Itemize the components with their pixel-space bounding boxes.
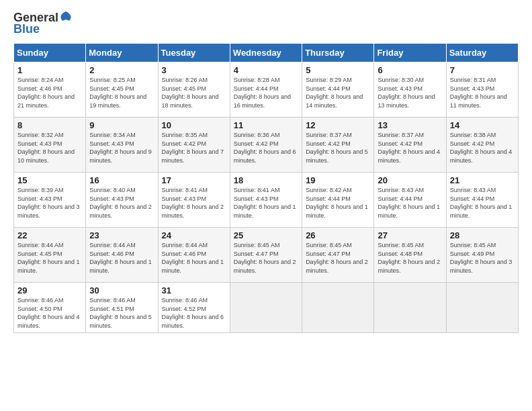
calendar-cell: 1Sunrise: 8:24 AMSunset: 4:46 PMDaylight… (14, 62, 86, 118)
cell-info: Sunrise: 8:46 AMSunset: 4:51 PMDaylight:… (89, 297, 152, 329)
day-number: 23 (89, 230, 154, 240)
calendar-cell: 17Sunrise: 8:41 AMSunset: 4:43 PMDayligh… (158, 173, 230, 228)
calendar-cell: 3Sunrise: 8:26 AMSunset: 4:45 PMDaylight… (158, 62, 230, 118)
calendar-cell: 12Sunrise: 8:37 AMSunset: 4:42 PMDayligh… (302, 118, 374, 173)
cell-info: Sunrise: 8:40 AMSunset: 4:43 PMDaylight:… (89, 187, 152, 219)
cell-info: Sunrise: 8:37 AMSunset: 4:42 PMDaylight:… (378, 132, 440, 164)
calendar-cell (302, 283, 374, 333)
cell-info: Sunrise: 8:44 AMSunset: 4:45 PMDaylight:… (17, 242, 80, 274)
day-number: 24 (162, 230, 226, 240)
logo-bird-icon (60, 10, 72, 25)
day-number: 26 (306, 230, 370, 240)
day-number: 31 (162, 285, 226, 295)
calendar-cell: 13Sunrise: 8:37 AMSunset: 4:42 PMDayligh… (374, 118, 446, 173)
cell-info: Sunrise: 8:31 AMSunset: 4:43 PMDaylight:… (450, 77, 507, 109)
cell-info: Sunrise: 8:41 AMSunset: 4:43 PMDaylight:… (234, 187, 296, 219)
calendar-cell: 16Sunrise: 8:40 AMSunset: 4:43 PMDayligh… (86, 173, 158, 228)
cell-info: Sunrise: 8:44 AMSunset: 4:46 PMDaylight:… (162, 242, 224, 274)
day-number: 30 (89, 285, 154, 295)
cell-info: Sunrise: 8:45 AMSunset: 4:49 PMDaylight:… (450, 242, 513, 274)
day-number: 13 (378, 120, 442, 130)
day-number: 14 (450, 120, 515, 130)
calendar-cell: 28Sunrise: 8:45 AMSunset: 4:49 PMDayligh… (446, 228, 518, 283)
cell-info: Sunrise: 8:25 AMSunset: 4:45 PMDaylight:… (89, 77, 146, 109)
calendar-cell (374, 283, 446, 333)
cell-info: Sunrise: 8:39 AMSunset: 4:43 PMDaylight:… (17, 187, 80, 219)
day-number: 4 (234, 65, 298, 75)
day-of-week-header: Sunday (14, 44, 86, 62)
calendar-cell: 24Sunrise: 8:44 AMSunset: 4:46 PMDayligh… (158, 228, 230, 283)
calendar-cell: 21Sunrise: 8:43 AMSunset: 4:44 PMDayligh… (446, 173, 518, 228)
calendar-cell: 5Sunrise: 8:29 AMSunset: 4:44 PMDaylight… (302, 62, 374, 118)
day-of-week-header: Thursday (302, 44, 374, 62)
calendar-cell: 22Sunrise: 8:44 AMSunset: 4:45 PMDayligh… (14, 228, 86, 283)
calendar-cell: 18Sunrise: 8:41 AMSunset: 4:43 PMDayligh… (230, 173, 302, 228)
day-number: 2 (89, 65, 154, 75)
day-number: 20 (378, 175, 442, 185)
cell-info: Sunrise: 8:38 AMSunset: 4:42 PMDaylight:… (450, 132, 513, 164)
cell-info: Sunrise: 8:29 AMSunset: 4:44 PMDaylight:… (306, 77, 363, 109)
calendar-cell: 4Sunrise: 8:28 AMSunset: 4:44 PMDaylight… (230, 62, 302, 118)
cell-info: Sunrise: 8:44 AMSunset: 4:46 PMDaylight:… (89, 242, 152, 274)
day-number: 27 (378, 230, 442, 240)
day-of-week-header: Tuesday (158, 44, 230, 62)
calendar-cell: 10Sunrise: 8:35 AMSunset: 4:42 PMDayligh… (158, 118, 230, 173)
day-number: 17 (162, 175, 226, 185)
calendar-cell: 6Sunrise: 8:30 AMSunset: 4:43 PMDaylight… (374, 62, 446, 118)
cell-info: Sunrise: 8:37 AMSunset: 4:42 PMDaylight:… (306, 132, 368, 164)
day-of-week-header: Wednesday (230, 44, 302, 62)
day-number: 25 (234, 230, 298, 240)
calendar-cell: 8Sunrise: 8:32 AMSunset: 4:43 PMDaylight… (14, 118, 86, 173)
calendar-cell: 14Sunrise: 8:38 AMSunset: 4:42 PMDayligh… (446, 118, 518, 173)
cell-info: Sunrise: 8:34 AMSunset: 4:43 PMDaylight:… (89, 132, 152, 164)
calendar-cell: 23Sunrise: 8:44 AMSunset: 4:46 PMDayligh… (86, 228, 158, 283)
day-of-week-header: Friday (374, 44, 446, 62)
day-number: 18 (234, 175, 298, 185)
cell-info: Sunrise: 8:28 AMSunset: 4:44 PMDaylight:… (234, 77, 291, 109)
day-number: 6 (378, 65, 442, 75)
cell-info: Sunrise: 8:45 AMSunset: 4:48 PMDaylight:… (378, 242, 440, 274)
cell-info: Sunrise: 8:45 AMSunset: 4:47 PMDaylight:… (234, 242, 296, 274)
calendar-cell: 15Sunrise: 8:39 AMSunset: 4:43 PMDayligh… (14, 173, 86, 228)
calendar-cell: 20Sunrise: 8:43 AMSunset: 4:44 PMDayligh… (374, 173, 446, 228)
calendar-cell: 26Sunrise: 8:45 AMSunset: 4:47 PMDayligh… (302, 228, 374, 283)
calendar-cell: 27Sunrise: 8:45 AMSunset: 4:48 PMDayligh… (374, 228, 446, 283)
day-of-week-header: Monday (86, 44, 158, 62)
day-number: 7 (450, 65, 515, 75)
calendar-table: SundayMondayTuesdayWednesdayThursdayFrid… (13, 43, 519, 333)
calendar-cell: 25Sunrise: 8:45 AMSunset: 4:47 PMDayligh… (230, 228, 302, 283)
day-number: 3 (162, 65, 226, 75)
day-number: 8 (17, 120, 82, 130)
cell-info: Sunrise: 8:46 AMSunset: 4:50 PMDaylight:… (17, 297, 80, 329)
cell-info: Sunrise: 8:43 AMSunset: 4:44 PMDaylight:… (378, 187, 440, 219)
day-number: 22 (17, 230, 82, 240)
cell-info: Sunrise: 8:43 AMSunset: 4:44 PMDaylight:… (450, 187, 513, 219)
day-number: 29 (17, 285, 82, 295)
cell-info: Sunrise: 8:24 AMSunset: 4:46 PMDaylight:… (17, 77, 75, 109)
day-number: 5 (306, 65, 370, 75)
calendar-cell: 11Sunrise: 8:36 AMSunset: 4:42 PMDayligh… (230, 118, 302, 173)
calendar-cell (230, 283, 302, 333)
calendar-cell: 9Sunrise: 8:34 AMSunset: 4:43 PMDaylight… (86, 118, 158, 173)
day-number: 10 (162, 120, 226, 130)
header: General Blue (13, 11, 519, 36)
cell-info: Sunrise: 8:35 AMSunset: 4:42 PMDaylight:… (162, 132, 224, 164)
cell-info: Sunrise: 8:41 AMSunset: 4:43 PMDaylight:… (162, 187, 224, 219)
day-number: 11 (234, 120, 298, 130)
day-number: 21 (450, 175, 515, 185)
cell-info: Sunrise: 8:45 AMSunset: 4:47 PMDaylight:… (306, 242, 368, 274)
calendar-cell (446, 283, 518, 333)
day-of-week-header: Saturday (446, 44, 518, 62)
calendar-cell: 30Sunrise: 8:46 AMSunset: 4:51 PMDayligh… (86, 283, 158, 333)
cell-info: Sunrise: 8:32 AMSunset: 4:43 PMDaylight:… (17, 132, 75, 164)
page: General Blue SundayMondayTuesdayWednesda… (0, 0, 532, 411)
calendar-cell: 29Sunrise: 8:46 AMSunset: 4:50 PMDayligh… (14, 283, 86, 333)
calendar-cell: 31Sunrise: 8:46 AMSunset: 4:52 PMDayligh… (158, 283, 230, 333)
day-number: 16 (89, 175, 154, 185)
day-number: 15 (17, 175, 82, 185)
cell-info: Sunrise: 8:26 AMSunset: 4:45 PMDaylight:… (162, 77, 219, 109)
cell-info: Sunrise: 8:30 AMSunset: 4:43 PMDaylight:… (378, 77, 435, 109)
calendar-cell: 2Sunrise: 8:25 AMSunset: 4:45 PMDaylight… (86, 62, 158, 118)
cell-info: Sunrise: 8:46 AMSunset: 4:52 PMDaylight:… (162, 297, 224, 329)
day-number: 28 (450, 230, 515, 240)
